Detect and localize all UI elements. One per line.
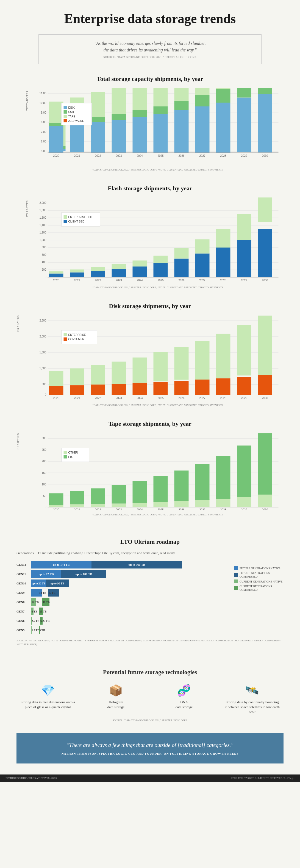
svg-text:TAPE: TAPE: [68, 115, 75, 118]
svg-rect-180: [64, 333, 67, 336]
svg-rect-95: [49, 271, 63, 273]
svg-text:300: 300: [42, 437, 46, 440]
disk-storage-chart-section: Disk storage shipments, by year EXABYTES…: [16, 303, 284, 406]
svg-text:200: 200: [42, 268, 46, 271]
svg-text:2021: 2021: [74, 397, 80, 400]
lto-gen10-native-bar: up to 36 TB: [31, 580, 46, 587]
svg-text:2027: 2027: [199, 397, 205, 400]
lto-gen7-bar: 6 TB 15 TB: [31, 608, 229, 615]
svg-text:2029: 2029: [241, 154, 247, 157]
svg-rect-198: [49, 505, 63, 507]
svg-rect-208: [154, 502, 168, 507]
lto-gen12-bar: up to 144 TB up to 360 TB: [31, 561, 229, 568]
svg-text:OTHER: OTHER: [68, 451, 78, 454]
svg-rect-100: [112, 269, 126, 277]
svg-text:2023: 2023: [116, 508, 122, 510]
svg-rect-232: [62, 448, 89, 462]
svg-rect-28: [112, 114, 126, 120]
future-item-hologram: 📦 Hologramdata storage: [89, 684, 143, 715]
svg-rect-211: [174, 471, 189, 501]
lto-legend-current-compressed: CURRENT GENERATIONS COMPRESSED: [234, 584, 284, 592]
svg-text:2030: 2030: [262, 508, 268, 510]
svg-text:11.00: 11.00: [39, 92, 46, 95]
lto-gen7-row: GEN7 6 TB 15 TB: [16, 608, 229, 615]
lto-footnote: SOURCE: THE LTO PROGRAM; NOTE: COMPRESSE…: [16, 639, 284, 646]
lto-gen10-compressed-bar: up to 90 TB: [46, 580, 69, 587]
chart4-y-label: EXABYTES: [16, 433, 20, 463]
svg-text:2029: 2029: [241, 397, 247, 400]
future-title: Potential future storage technologies: [16, 669, 284, 676]
svg-rect-155: [154, 382, 168, 395]
footer-left: DZMITRI DZMITRACHENKA/GETTY IMAGES: [5, 777, 57, 779]
svg-text:2025: 2025: [158, 508, 164, 510]
svg-text:400: 400: [42, 261, 46, 264]
lto-gen8-bar: 12 TB 30 TB: [31, 598, 229, 606]
future-item-5d: 💎 Storing data in five dimensions onto a…: [20, 684, 75, 715]
svg-rect-203: [91, 489, 105, 504]
svg-text:2020: 2020: [53, 154, 59, 157]
chart3-svg: 2,500 2,000 1,500 1,000 500 0: [32, 315, 284, 400]
flash-storage-chart-section: Flash storage shipments, by year EXABYTE…: [16, 185, 284, 289]
future-item-satellite: 🛰️ Storing data by continually bouncing …: [225, 684, 280, 715]
svg-rect-35: [154, 88, 168, 106]
svg-text:2021: 2021: [74, 279, 80, 282]
tape-storage-chart-section: Tape storage shipments, by year EXABYTES…: [16, 420, 284, 516]
svg-rect-150: [91, 365, 105, 384]
svg-text:50: 50: [43, 495, 46, 498]
svg-rect-66: [64, 110, 67, 114]
svg-rect-29: [112, 88, 126, 114]
svg-rect-148: [70, 369, 84, 385]
svg-rect-113: [237, 214, 252, 240]
5d-storage-icon: 💎: [20, 684, 75, 697]
svg-text:2025: 2025: [158, 279, 164, 282]
svg-text:2020: 2020: [53, 397, 59, 400]
svg-rect-201: [70, 491, 84, 504]
svg-rect-40: [195, 95, 210, 106]
current-generations-native-color: [234, 580, 238, 583]
svg-rect-99: [91, 267, 105, 271]
svg-rect-31: [133, 110, 147, 117]
lto-gen12-label: GEN12: [16, 563, 29, 566]
svg-text:2026: 2026: [178, 397, 185, 400]
svg-rect-179: [62, 330, 97, 344]
svg-text:2028: 2028: [220, 279, 226, 282]
svg-text:250: 250: [42, 448, 46, 451]
svg-rect-42: [216, 102, 231, 153]
svg-text:2027: 2027: [199, 279, 205, 282]
svg-text:0: 0: [45, 276, 46, 279]
svg-rect-36: [174, 110, 189, 153]
final-quote-author: NATHAN THOMPSON, Spectra Logic CEO and f…: [33, 752, 267, 755]
svg-rect-182: [64, 338, 67, 341]
lto-gen8-label: GEN8: [16, 600, 29, 604]
lto-legend-future-native: FUTURE GENERATIONS NATIVE: [234, 566, 284, 570]
lto-bars-container: GEN12 up to 144 TB up to 360 TB GEN11 up…: [16, 561, 229, 636]
svg-text:6.00: 6.00: [41, 140, 46, 143]
svg-text:150: 150: [42, 471, 46, 474]
svg-text:2027: 2027: [199, 154, 205, 157]
svg-rect-152: [112, 362, 126, 384]
svg-rect-109: [195, 239, 210, 253]
svg-text:1,200: 1,200: [39, 231, 46, 234]
svg-rect-97: [70, 270, 84, 273]
svg-text:0: 0: [45, 393, 46, 396]
chart2-svg: 2,000 1,800 1,600 1,400 1,200 1,000 800 …: [32, 197, 284, 283]
svg-rect-103: [133, 260, 147, 267]
svg-rect-165: [258, 375, 272, 395]
svg-rect-153: [133, 383, 147, 395]
footer-bar: DZMITRI DZMITRACHENKA/GETTY IMAGES ©2021…: [0, 774, 300, 782]
lto-gen9-native-bar: [31, 589, 39, 596]
lto-title: LTO Ultrium roadmap: [16, 538, 284, 546]
lto-gen5-bar: 1.5 TB 3 TB: [31, 626, 229, 634]
svg-rect-146: [49, 371, 63, 386]
svg-text:CONSUMER: CONSUMER: [68, 338, 84, 341]
future-source: SOURCE: "DATA STORAGE OUTLOOK 2021," SPE…: [16, 719, 284, 722]
svg-rect-112: [237, 240, 252, 277]
lto-legend: FUTURE GENERATIONS NATIVE FUTURE GENERAT…: [234, 561, 284, 593]
svg-text:2028: 2028: [220, 154, 226, 157]
final-quote-section: "There are always a few things that are …: [16, 733, 284, 764]
svg-text:600: 600: [42, 253, 46, 256]
svg-rect-219: [258, 433, 272, 495]
svg-text:DISK: DISK: [68, 106, 75, 109]
svg-rect-104: [154, 263, 168, 277]
current-generations-compressed-color: [234, 586, 238, 590]
